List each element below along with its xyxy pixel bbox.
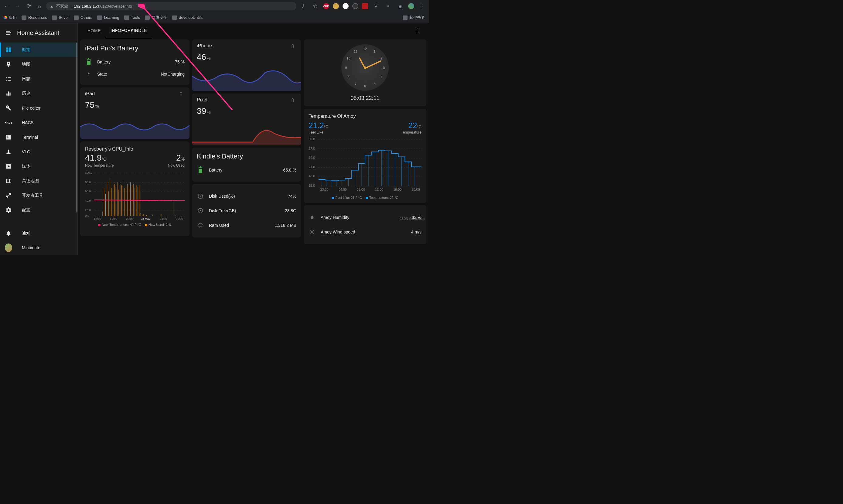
cpu-chart: 100.0 80.0 60.0 40.0 20.0 0.0 — [85, 170, 185, 220]
card-kindle-battery[interactable]: Kindle's Battery Battery 65.0 % — [192, 147, 301, 182]
svg-text:15.0: 15.0 — [308, 184, 315, 187]
map-icon — [5, 61, 12, 67]
entity-row[interactable]: Battery 75 % — [85, 56, 185, 68]
ext-red-icon[interactable] — [362, 3, 368, 9]
sidebar-item-devtools[interactable]: 开发者工具 — [0, 188, 77, 203]
sidebar-item-map[interactable]: 地图 — [0, 57, 77, 72]
svg-rect-20 — [292, 45, 294, 48]
tab-home[interactable]: HOME — [83, 23, 106, 38]
svg-point-27 — [200, 210, 201, 211]
entity-row[interactable]: State NotCharging — [85, 68, 185, 80]
sidebar-item-hacs[interactable]: HACSHACS — [0, 115, 77, 130]
sensor-name: iPhone — [197, 43, 212, 49]
forward-button[interactable]: → — [13, 3, 22, 10]
battery-icon — [85, 59, 92, 65]
entity-row[interactable]: Disk Used(%) 74% — [197, 189, 297, 203]
minute-hand — [365, 60, 381, 69]
card-disk-info[interactable]: Disk Used(%) 74% Disk Free(GB) 28.8G Ram… — [192, 184, 301, 237]
wrench-icon — [5, 105, 12, 111]
url-text: 192.168.2.153:8123/lovelace/info — [74, 4, 132, 8]
bookmark-folder[interactable]: 网络安全 — [145, 15, 167, 20]
other-bookmarks[interactable]: 其他书签 — [403, 15, 425, 20]
bookmark-folder[interactable]: Others — [74, 15, 92, 20]
svg-text:23:00: 23:00 — [320, 187, 328, 191]
ext-cloud-icon[interactable] — [343, 3, 348, 9]
apps-shortcut[interactable]: 应用 — [4, 15, 17, 20]
profile-avatar-icon[interactable] — [408, 3, 414, 9]
card-iphone-sensor[interactable]: iPhone 46% — [192, 39, 301, 91]
sidebar-header: Home Assistant — [0, 23, 77, 42]
svg-text:100.0: 100.0 — [85, 171, 92, 174]
svg-text:20:00: 20:00 — [126, 217, 133, 220]
extensions-icon[interactable]: ✦ — [384, 4, 392, 8]
devtools-icon — [5, 193, 12, 199]
bookmark-folder[interactable]: Learning — [97, 15, 119, 20]
ext-cookie-icon[interactable] — [333, 3, 339, 9]
entity-row[interactable]: Disk Free(GB) 28.8G — [197, 203, 297, 218]
sidebar-item-logbook[interactable]: 日志 — [0, 72, 77, 86]
reader-icon[interactable]: ▣ — [396, 4, 405, 8]
sidebar-item-history[interactable]: 历史 — [0, 86, 77, 101]
ext-abp-icon[interactable]: ABP — [323, 3, 329, 9]
card-cpu-info[interactable]: Respberry's CPU_Info 41.9°C Now Temperat… — [80, 142, 190, 236]
sidebar-items: 概览 地图 日志 历史 File editor HACSHACS Termina… — [0, 42, 77, 226]
card-clock[interactable]: 12 1 2 3 4 5 6 7 8 9 10 11 — [304, 39, 426, 106]
bookmark-folder[interactable]: Tools — [124, 15, 140, 20]
sidebar-item-media[interactable]: 媒体 — [0, 159, 77, 174]
card-title: Temperature Of Amoy — [308, 113, 422, 119]
dashboard-menu-icon[interactable]: ⋮ — [412, 27, 424, 34]
bookmark-star-icon[interactable]: ☆ — [311, 3, 320, 10]
sidebar-item-user[interactable]: Mintimate — [0, 240, 77, 255]
home-button[interactable]: ⌂ — [35, 3, 44, 10]
insecure-label: 不安全 — [56, 3, 68, 9]
sidebar-item-overview[interactable]: 概览 — [0, 42, 77, 57]
entity-row[interactable]: Ram Used 1,318.2 MB — [197, 218, 297, 233]
app-title: Home Assistant — [17, 30, 59, 36]
ext-v-icon[interactable]: V — [372, 4, 380, 8]
share-icon[interactable]: ⤴ — [299, 4, 307, 8]
bookmark-folder[interactable]: developUntils — [172, 15, 202, 20]
browser-toolbar: ← → ⟳ ⌂ ▲ 不安全 | 192.168.2.153:8123/lovel… — [0, 0, 429, 12]
sidebar-item-notifications[interactable]: 通知 — [0, 226, 77, 240]
card-ipad-sensor[interactable]: iPad 75% — [80, 87, 190, 139]
ext-circle-icon[interactable] — [352, 3, 358, 9]
vlc-icon — [5, 149, 12, 155]
apps-icon — [4, 16, 7, 19]
hacs-icon: HACS — [5, 121, 12, 124]
sidebar-item-config[interactable]: 配置 — [0, 203, 77, 217]
main-content: HOME INFOFORKINDLE ⋮ iPad Pro's Battery … — [78, 23, 429, 255]
card-pixel-sensor[interactable]: Pixel 39% — [192, 93, 301, 145]
card-ipad-pro-battery[interactable]: iPad Pro's Battery Battery 75 % State No… — [80, 39, 190, 85]
reload-button[interactable]: ⟳ — [24, 3, 33, 10]
svg-text:30.0: 30.0 — [308, 137, 315, 141]
card-temp-amoy[interactable]: Temperature Of Amoy 21.2°C Feel Like 22°… — [304, 109, 426, 203]
battery-outline-icon — [289, 43, 297, 50]
svg-text:27.0: 27.0 — [308, 147, 315, 150]
bookmark-folder[interactable]: Sever — [52, 15, 69, 20]
card-title: Respberry's CPU_Info — [85, 146, 185, 152]
card-title: Kindle's Battery — [197, 152, 297, 160]
bookmark-folder[interactable]: Resources — [21, 15, 47, 20]
sidebar-item-amap[interactable]: 高德地图 — [0, 174, 77, 188]
back-button[interactable]: ← — [2, 3, 11, 10]
folder-icon — [403, 16, 408, 20]
svg-text:09:00: 09:00 — [176, 217, 183, 220]
entity-row[interactable]: Amoy Wind speed 4 m/s — [308, 225, 422, 239]
menu-toggle-icon[interactable] — [5, 29, 12, 36]
disk-icon — [197, 193, 204, 199]
sidebar-item-file-editor[interactable]: File editor — [0, 101, 77, 115]
card-weather-list[interactable]: Amoy Humidity 33 % Amoy Wind speed 4 m/s — [304, 205, 426, 244]
sensor-name: iPad — [85, 91, 95, 96]
sidebar-item-vlc[interactable]: VLC — [0, 145, 77, 159]
svg-text:24.0: 24.0 — [308, 156, 315, 159]
svg-text:20.0: 20.0 — [85, 208, 91, 212]
sidebar-item-terminal[interactable]: Terminal — [0, 130, 77, 145]
tab-infoforkindle[interactable]: INFOFORKINDLE — [106, 23, 152, 38]
folder-icon — [74, 16, 79, 20]
svg-rect-21 — [292, 44, 293, 45]
feel-like-label: Feel Like — [308, 130, 328, 134]
url-bar[interactable]: ▲ 不安全 | 192.168.2.153:8123/lovelace/info — [46, 2, 297, 10]
entity-row[interactable]: Battery 65.0 % — [197, 164, 297, 176]
chrome-menu-icon[interactable]: ⋮ — [418, 3, 426, 10]
sidebar-scrollbar[interactable] — [76, 42, 77, 213]
